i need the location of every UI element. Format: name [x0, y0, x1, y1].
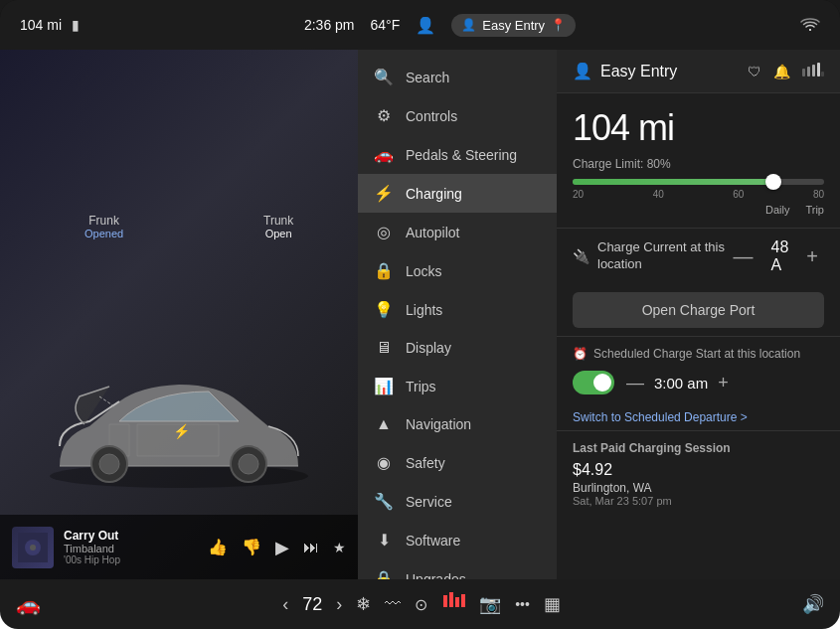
session-location: Burlington, WA	[573, 481, 824, 495]
slider-thumb[interactable]	[765, 174, 781, 190]
car-illustration: ⚡	[30, 357, 328, 520]
favorite-btn[interactable]: ★	[333, 540, 346, 555]
range-value: 104 mi	[573, 107, 824, 149]
charge-current-label: 🔌 Charge Current at this location	[573, 239, 728, 273]
map-icon: 📍	[551, 18, 566, 32]
nav-item-trips[interactable]: 📊 Trips	[358, 367, 557, 405]
svg-text:⚡: ⚡	[173, 423, 191, 440]
artist-name: Timbaland	[64, 543, 198, 554]
skip-btn[interactable]: ⏭	[303, 539, 319, 556]
nav-item-locks[interactable]: 🔒 Locks	[358, 251, 557, 290]
time-decrement-btn[interactable]: —	[626, 373, 644, 393]
lights-icon: 💡	[374, 300, 394, 319]
cc-decrement-btn[interactable]: —	[728, 243, 759, 270]
nav-item-controls[interactable]: ⚙ Controls	[358, 96, 557, 135]
slider-fill	[573, 179, 773, 185]
nav-item-lights[interactable]: 💡 Lights	[358, 290, 557, 329]
nav-label-upgrades: Upgrades	[406, 571, 466, 580]
nav-label-trips: Trips	[406, 379, 436, 394]
wifi-icon	[800, 17, 820, 34]
fan-icon[interactable]: ❄	[356, 593, 371, 615]
bell-icon[interactable]: 🔔	[773, 64, 790, 79]
trip-mode-btn[interactable]: Trip	[805, 204, 824, 216]
shield-icon[interactable]: 🛡	[748, 64, 761, 79]
scheduled-title-text: Scheduled Charge Start at this location	[593, 347, 800, 361]
car-task-icon[interactable]: 🚗	[16, 592, 41, 616]
last-session-title: Last Paid Charging Session	[573, 441, 824, 455]
steering-icon[interactable]: ⊙	[415, 595, 427, 614]
main-content: Frunk Opened Trunk Open	[0, 50, 840, 579]
daily-mode-btn[interactable]: Daily	[765, 204, 789, 216]
nav-item-upgrades[interactable]: 🔒 Upgrades	[358, 559, 557, 579]
scheduled-toggle[interactable]	[573, 371, 614, 394]
nav-item-navigation[interactable]: ▲ Navigation	[358, 405, 557, 443]
profile-icon[interactable]: 👤	[416, 16, 435, 35]
panel-title-row: 👤 Easy Entry	[573, 62, 677, 80]
svg-rect-13	[812, 65, 815, 77]
dots-icon[interactable]: •••	[515, 596, 530, 612]
nav-item-search[interactable]: 🔍 Search	[358, 58, 557, 96]
charge-limit-section: Charge Limit: 80% 20 40 60 80 Daily	[557, 157, 840, 228]
time-increment-btn[interactable]: +	[718, 373, 729, 393]
plug-icon: 🔌	[573, 248, 589, 264]
nav-item-display[interactable]: 🖥 Display	[358, 329, 557, 367]
frunk-status: Opened	[84, 228, 123, 239]
switch-departure-link[interactable]: Switch to Scheduled Departure >	[557, 404, 840, 430]
taskbar: 🚗 ‹ 72 › ❄ 〰 ⊙ 📷 ••• ▦ 🔊	[0, 579, 840, 629]
frunk-title: Frunk	[84, 214, 123, 228]
controls-icon: ⚙	[374, 106, 394, 125]
battery-range: 104 mi	[557, 93, 840, 157]
cc-increment-btn[interactable]: +	[800, 243, 824, 270]
easy-entry-badge[interactable]: 👤 Easy Entry 📍	[451, 14, 576, 37]
cc-value: 48 A	[771, 238, 789, 274]
safety-icon: ◉	[374, 453, 394, 472]
upgrades-icon: 🔒	[374, 569, 394, 579]
play-pause-btn[interactable]: ▶	[275, 537, 289, 558]
slider-label-20: 20	[573, 189, 584, 200]
svg-point-0	[809, 29, 811, 31]
music-task-icon[interactable]	[441, 589, 465, 619]
trips-icon: 📊	[374, 377, 394, 395]
genre-tag: '00s Hip Hop	[64, 554, 198, 565]
session-amount: $4.92	[573, 461, 824, 479]
person-icon-panel: 👤	[573, 62, 592, 80]
range-display: 104 mi	[20, 17, 62, 33]
navigation-icon: ▲	[374, 415, 394, 433]
music-controls: 👍 👎 ▶ ⏭ ★	[208, 537, 346, 558]
nav-item-autopilot[interactable]: ◎ Autopilot	[358, 213, 557, 251]
taskbar-center: ‹ 72 › ❄ 〰 ⊙ 📷 ••• ▦	[282, 589, 561, 619]
nav-item-software[interactable]: ⬇ Software	[358, 521, 557, 559]
prev-arrow[interactable]: ‹	[282, 594, 288, 615]
next-arrow[interactable]: ›	[336, 594, 342, 615]
volume-icon[interactable]: 🔊	[802, 593, 824, 615]
svg-point-3	[99, 454, 119, 474]
open-charge-port-btn[interactable]: Open Charge Port	[573, 292, 824, 328]
screen-container: 104 mi ▮ 2:36 pm 64°F 👤 👤 Easy Entry 📍	[0, 0, 840, 629]
speed-display: 72	[302, 594, 322, 615]
status-left: 104 mi ▮	[20, 17, 80, 33]
nav-label-search: Search	[406, 70, 449, 85]
nav-label-controls: Controls	[406, 108, 457, 124]
slider-track	[573, 179, 824, 185]
nav-label-safety: Safety	[406, 455, 445, 471]
nav-item-pedals[interactable]: 🚗 Pedals & Steering	[358, 135, 557, 174]
charging-panel: 👤 Easy Entry 🛡 🔔	[557, 50, 840, 579]
climate-wave-icon[interactable]: 〰	[385, 595, 401, 613]
session-date: Sat, Mar 23 5:07 pm	[573, 495, 824, 507]
display-icon: 🖥	[374, 339, 394, 357]
charge-slider-container[interactable]: 20 40 60 80	[573, 179, 824, 200]
nav-item-safety[interactable]: ◉ Safety	[358, 443, 557, 482]
panel-header-icons: 🛡 🔔	[748, 63, 824, 79]
nav-item-charging[interactable]: ⚡ Charging	[358, 174, 557, 213]
thumb-down-btn[interactable]: 👎	[242, 538, 261, 556]
thumb-up-btn[interactable]: 👍	[208, 538, 228, 556]
service-icon: 🔧	[374, 492, 394, 511]
last-session: Last Paid Charging Session $4.92 Burling…	[557, 430, 840, 517]
svg-rect-17	[449, 592, 453, 607]
locks-icon: 🔒	[374, 261, 394, 280]
nav-item-service[interactable]: 🔧 Service	[358, 482, 557, 521]
camera-icon[interactable]: 📷	[479, 593, 501, 615]
apps-icon[interactable]: ▦	[544, 593, 561, 615]
autopilot-icon: ◎	[374, 223, 394, 241]
nav-menu: 🔍 Search ⚙ Controls 🚗 Pedals & Steering …	[358, 50, 557, 579]
